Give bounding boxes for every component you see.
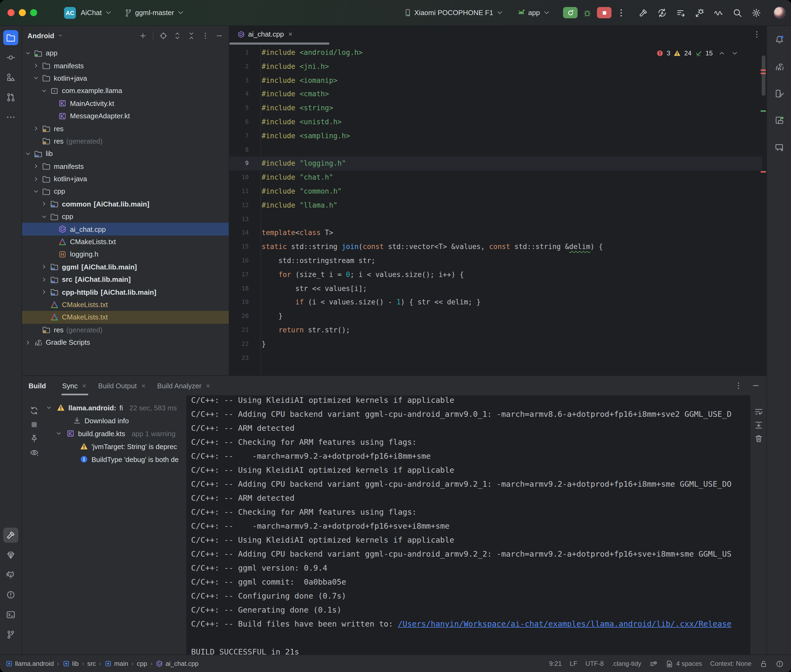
eye-icon[interactable]	[29, 448, 39, 457]
close-icon[interactable]	[82, 382, 87, 389]
tool-button-gradle[interactable]	[772, 59, 787, 74]
chevron-right-icon[interactable]	[42, 275, 50, 284]
formatter-icon[interactable]	[650, 660, 658, 668]
problems-status-icon[interactable]	[776, 660, 784, 668]
code-line-10[interactable]: 10#include "chat.h"	[229, 171, 762, 184]
tool-button-commit[interactable]	[3, 50, 18, 65]
code-line-4[interactable]: 4#include <cmath>	[229, 87, 762, 101]
breadcrumb-item-main[interactable]: main	[104, 660, 128, 667]
close-icon[interactable]	[205, 382, 211, 389]
code-line-19[interactable]: 19 if (i < values.size() - 1) { str << d…	[229, 296, 762, 309]
chevron-right-icon[interactable]	[42, 263, 50, 271]
project-selector[interactable]: AiChat	[81, 9, 112, 17]
chevron-right-icon[interactable]	[34, 174, 42, 183]
tree-item-cpp[interactable]: cpp	[22, 210, 229, 223]
change-stripe-mark[interactable]	[761, 110, 766, 112]
tree-item-cpp-httplib[interactable]: cpp-httplib[AiChat.lib.main]	[22, 286, 229, 299]
tree-item-mainactivity-kt[interactable]: MainActivity.kt	[22, 97, 229, 110]
caret-position[interactable]: 9:21	[549, 660, 562, 667]
chevron-right-icon[interactable]	[34, 162, 42, 171]
tool-button-quality[interactable]	[3, 547, 18, 563]
build-variants-icon[interactable]	[676, 8, 686, 18]
tree-item-cmakelists-txt[interactable]: CMakeLists.txt	[22, 299, 229, 311]
error-stripe-mark[interactable]	[761, 73, 766, 74]
tree-item-cpp[interactable]: cpp	[22, 185, 229, 198]
editor-tab[interactable]: ai_chat.cpp	[233, 26, 298, 43]
tree-item-cmakelists-txt[interactable]: CMakeLists.txt	[22, 235, 229, 248]
code-line-22[interactable]: 22}	[229, 337, 762, 351]
code-line-16[interactable]: 16 std::ostringstream str;	[229, 254, 762, 268]
refresh-icon[interactable]	[29, 406, 39, 415]
line-separator[interactable]: LF	[570, 660, 577, 667]
target-icon[interactable]	[159, 32, 167, 40]
search-icon[interactable]	[733, 8, 742, 18]
rerun-button[interactable]	[563, 7, 578, 18]
tool-button-build-hammer[interactable]	[3, 528, 18, 542]
build-hammer-icon[interactable]	[639, 8, 648, 18]
error-stripe-mark[interactable]	[761, 69, 766, 71]
sync-tree-row[interactable]: 'jvmTarget: String' is deprec	[46, 440, 186, 453]
close-icon[interactable]	[141, 382, 146, 389]
chevron-down-icon[interactable]	[42, 213, 50, 221]
tree-item-logging-h[interactable]: logging.h	[22, 248, 229, 261]
tool-button-running-devices[interactable]	[772, 113, 787, 128]
chevron-right-icon[interactable]	[25, 338, 34, 347]
device-selector[interactable]: Xiaomi POCOPHONE F1	[403, 9, 504, 17]
code-line-18[interactable]: 18 str << values[i];	[229, 282, 762, 296]
branch-selector[interactable]: ggml-master	[124, 9, 185, 17]
breadcrumb-item-lib[interactable]: lib	[63, 660, 79, 667]
build-tab-build-output[interactable]: Build Output	[93, 376, 152, 395]
code-line-3[interactable]: 3#include <iomanip>	[229, 74, 762, 87]
inspections-widget[interactable]: 3 24 15	[656, 50, 738, 57]
tree-item-res[interactable]: res(generated)	[22, 135, 229, 147]
code-area[interactable]: 1#include <android/log.h>2#include <jni.…	[229, 46, 762, 375]
previous-problem-button[interactable]	[718, 50, 725, 57]
sync-tree-row[interactable]: Download info	[46, 414, 186, 427]
pin-icon[interactable]	[29, 434, 39, 443]
breadcrumb-item-cpp[interactable]: cpp	[137, 660, 147, 667]
tree-item-ai-chat-cpp[interactable]: ai_chat.cpp	[22, 223, 229, 235]
code-line-8[interactable]: 8	[229, 143, 762, 157]
settings-icon[interactable]	[751, 8, 761, 18]
code-line-13[interactable]: 13	[229, 212, 762, 226]
stop-square-icon[interactable]	[29, 420, 39, 429]
tree-item-messageadapter-kt[interactable]: MessageAdapter.kt	[22, 110, 229, 122]
lock-open-icon[interactable]	[759, 660, 768, 668]
tool-button-resources[interactable]	[3, 70, 18, 85]
tool-button-project[interactable]	[3, 30, 18, 45]
tool-button-device-manager[interactable]	[772, 86, 787, 101]
chevron-right-icon[interactable]	[42, 200, 50, 208]
sync-tree-row[interactable]: BuildType 'debug' is both de	[46, 453, 186, 466]
more-run-options-button[interactable]	[616, 8, 626, 18]
code-line-11[interactable]: 11#include "common.h"	[229, 184, 762, 198]
chevron-down-icon[interactable]	[34, 187, 42, 196]
tool-button-pull-requests[interactable]	[3, 90, 18, 105]
zoom-window-button[interactable]	[30, 9, 37, 16]
sync-tree-row[interactable]: build.gradle.ktsapp 1 warning	[46, 427, 186, 440]
tree-item-common[interactable]: common[AiChat.lib.main]	[22, 198, 229, 210]
soft-wrap-icon[interactable]	[754, 407, 763, 416]
code-line-14[interactable]: 14template<class T>	[229, 226, 762, 240]
breadcrumb-item-ai-chat-cpp[interactable]: ai_chat.cpp	[156, 660, 199, 667]
trash-icon[interactable]	[754, 434, 763, 443]
code-line-6[interactable]: 6#include <unistd.h>	[229, 115, 762, 129]
file-encoding[interactable]: UTF-8	[586, 660, 604, 667]
tool-button-problems[interactable]	[3, 587, 18, 602]
profiler-icon[interactable]	[714, 8, 724, 18]
chevron-down-icon[interactable]	[34, 74, 42, 83]
tool-button-logcat[interactable]	[3, 567, 18, 582]
tree-item-cmakelists-txt[interactable]: CMakeLists.txt	[22, 311, 229, 323]
code-line-20[interactable]: 20 }	[229, 309, 762, 323]
run-config-selector[interactable]: app	[518, 9, 551, 17]
tree-item-manifests[interactable]: manifests	[22, 160, 229, 173]
tree-item-app[interactable]: app	[22, 47, 229, 59]
chevron-down-icon[interactable]	[25, 49, 34, 57]
build-tab-build-analyzer[interactable]: Build Analyzer	[152, 376, 217, 395]
tree-item-lib[interactable]: lib	[22, 147, 229, 160]
chevron-right-icon[interactable]	[34, 61, 42, 70]
tree-item-src[interactable]: src[AiChat.lib.main]	[22, 273, 229, 286]
code-line-21[interactable]: 21 return str.str();	[229, 323, 762, 337]
code-line-7[interactable]: 7#include <sampling.h>	[229, 129, 762, 143]
hide-build-panel-button[interactable]	[751, 381, 760, 390]
code-line-12[interactable]: 12#include "llama.h"	[229, 198, 762, 213]
